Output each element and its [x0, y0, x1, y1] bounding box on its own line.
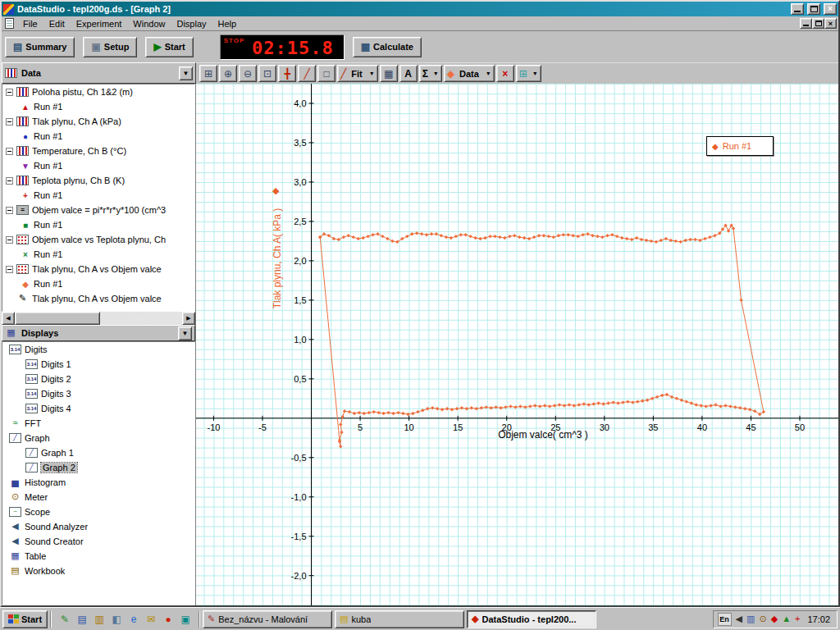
- display-settings-icon[interactable]: ▥: [746, 614, 755, 624]
- collapse-icon[interactable]: [6, 207, 13, 214]
- child-minimize-button[interactable]: [800, 18, 812, 29]
- scheduler-icon[interactable]: ⊙: [759, 614, 766, 624]
- scale-to-fit-button[interactable]: ⊞: [199, 65, 217, 82]
- scroll-left-button[interactable]: ◀: [2, 312, 15, 325]
- setup-button[interactable]: ▣ Setup: [83, 37, 137, 57]
- plot-canvas[interactable]: -10-551015202530354045504,03,53,02,52,01…: [196, 84, 838, 605]
- messenger-icon[interactable]: ▲: [782, 614, 791, 624]
- data-item-teplota-plynu-ch-b-k[interactable]: Teplota plynu, Ch B (K): [2, 173, 194, 188]
- run-item-tlak-plynu-ch-a-vs-objem-valce[interactable]: ◆Run #1: [2, 276, 194, 291]
- x-axis-label[interactable]: Objem valce( cm^3 ): [498, 429, 588, 441]
- remove-button[interactable]: ×: [496, 65, 514, 82]
- data-item-poloha-pistu-ch-1-2-m[interactable]: Poloha pistu, Ch 1&2 (m): [2, 84, 194, 99]
- run-item-teplota-plynu-ch-b-k[interactable]: +Run #1: [2, 188, 194, 203]
- data-menu-button[interactable]: ◆Data▼: [444, 65, 495, 82]
- graph-settings-button[interactable]: ⊞▼: [516, 65, 541, 82]
- display-item-fft[interactable]: ≈FFT: [2, 416, 194, 431]
- smart-tool-button[interactable]: ╋: [278, 65, 296, 82]
- collapse-icon[interactable]: [6, 236, 13, 244]
- data-item-tlak-plynu-ch-a-kpa[interactable]: Tlak plynu, Ch A (kPa): [2, 114, 194, 129]
- fit-menu-button[interactable]: ╱Fit▼: [337, 65, 378, 82]
- volume-icon[interactable]: ◀: [736, 614, 742, 624]
- menu-item-file[interactable]: File: [17, 17, 43, 30]
- quick-launch-icon-1[interactable]: ✎: [58, 614, 71, 625]
- collapse-icon[interactable]: [6, 148, 13, 155]
- menu-item-window[interactable]: Window: [127, 17, 171, 30]
- slope-tool-button[interactable]: ╱: [298, 65, 316, 82]
- quick-launch-icon-8[interactable]: ▣: [179, 614, 192, 625]
- child-restore-button[interactable]: [812, 18, 824, 29]
- collapse-icon[interactable]: [6, 266, 13, 273]
- quick-launch-icon-6[interactable]: ✉: [144, 614, 158, 625]
- zoom-select-button[interactable]: ⊡: [258, 65, 276, 82]
- child-close-button[interactable]: ×: [824, 18, 837, 29]
- data-tree-hscrollbar[interactable]: ◀ ▶: [2, 312, 195, 325]
- display-item-scope[interactable]: ~Scope: [2, 504, 194, 519]
- close-button[interactable]: ×: [824, 3, 837, 15]
- run-item-objem-valce-pi-r-r-y-100-cm-3[interactable]: ■Run #1: [2, 217, 194, 232]
- task-button-kuba[interactable]: ▤kuba: [335, 610, 464, 628]
- calculate-tool-button[interactable]: ▦: [380, 65, 398, 82]
- data-item-temperature-ch-b-c[interactable]: Temperature, Ch B (°C): [2, 144, 194, 158]
- quick-launch-icon-2[interactable]: ▤: [75, 614, 89, 625]
- run-item-temperature-ch-b-c[interactable]: ▼Run #1: [2, 158, 194, 173]
- data-item-objem-valce-vs-teplota-plynu-ch[interactable]: Objem valce vs Teplota plynu, Ch: [2, 232, 194, 247]
- display-item-digits-4[interactable]: 3.14Digits 4: [2, 401, 194, 416]
- data-item-objem-valce-pi-r-r-y-100-cm-3[interactable]: =Objem valce = pi*r*r*y*100 (cm^3: [2, 203, 194, 217]
- display-item-graph-2[interactable]: ╱Graph 2: [2, 460, 194, 475]
- collapse-icon[interactable]: [6, 118, 13, 126]
- text-tool-button[interactable]: A: [399, 65, 418, 82]
- display-item-graph-1[interactable]: ╱Graph 1: [2, 445, 194, 460]
- scroll-right-button[interactable]: ▶: [182, 312, 195, 325]
- zoom-out-button[interactable]: ⊖: [239, 65, 257, 82]
- run-item-poloha-pistu-ch-1-2-m[interactable]: ▲Run #1: [2, 99, 194, 114]
- display-item-sound-creator[interactable]: ◀Sound Creator: [2, 534, 194, 549]
- quick-launch-icon-7[interactable]: ●: [162, 614, 175, 625]
- menu-item-help[interactable]: Help: [212, 17, 243, 30]
- run-item-objem-valce-vs-teplota-plynu-ch[interactable]: ×Run #1: [2, 247, 194, 262]
- menu-item-experiment[interactable]: Experiment: [71, 17, 128, 30]
- menu-item-edit[interactable]: Edit: [43, 17, 71, 30]
- collapse-icon[interactable]: [6, 177, 13, 185]
- start-menu-button[interactable]: Start: [2, 610, 48, 628]
- quick-launch-icon-3[interactable]: ▥: [93, 614, 106, 625]
- note-tool-button[interactable]: □: [317, 65, 336, 82]
- display-item-meter[interactable]: ⊙Meter: [2, 490, 194, 504]
- plot-area[interactable]: -10-551015202530354045504,03,53,02,52,01…: [196, 84, 838, 605]
- display-item-workbook[interactable]: ▤Workbook: [2, 564, 194, 578]
- language-indicator[interactable]: En: [718, 613, 732, 626]
- legend[interactable]: ◆ Run #1: [706, 136, 774, 156]
- statistics-menu-button[interactable]: Σ▼: [419, 65, 442, 82]
- quick-launch-icon-5[interactable]: e: [127, 614, 140, 625]
- data-panel-menu-button[interactable]: ▼: [179, 66, 193, 80]
- start-button[interactable]: ▶ Start: [145, 37, 193, 57]
- zoom-in-button[interactable]: ⊕: [219, 65, 237, 82]
- scrollbar-track[interactable]: [100, 312, 182, 325]
- task-button-datastudio-tepl200[interactable]: ◆DataStudio - tepl200...: [467, 610, 596, 628]
- display-item-table[interactable]: ▦Table: [2, 549, 194, 564]
- display-item-graph[interactable]: ╱Graph: [2, 431, 194, 445]
- display-item-sound-analyzer[interactable]: ◀Sound Analyzer: [2, 519, 194, 534]
- summary-button[interactable]: ▤ Summary: [5, 37, 75, 57]
- calculate-button[interactable]: ▦ Calculate: [353, 37, 422, 57]
- scrollbar-thumb[interactable]: [15, 312, 100, 325]
- display-item-histogram[interactable]: ▅Histogram: [2, 475, 194, 490]
- quick-launch-icon-4[interactable]: ◧: [110, 614, 123, 625]
- display-item-digits-3[interactable]: 3.14Digits 3: [2, 386, 194, 401]
- antivirus-icon[interactable]: ◆: [771, 614, 778, 624]
- display-item-digits[interactable]: 3.14Digits: [2, 342, 194, 357]
- updates-icon[interactable]: +: [795, 614, 800, 624]
- minimize-button[interactable]: [791, 3, 804, 15]
- data-item-tlak-plynu-ch-a-vs-objem-valce[interactable]: Tlak plynu, Ch A vs Objem valce: [2, 262, 194, 276]
- child-window-icon[interactable]: [5, 18, 14, 29]
- display-item-digits-1[interactable]: 3.14Digits 1: [2, 357, 194, 372]
- menu-item-display[interactable]: Display: [171, 17, 212, 30]
- task-button-bez-n-zvu-malov-n[interactable]: ✎Bez_názvu - Malování: [203, 610, 332, 628]
- collapse-icon[interactable]: [6, 89, 13, 96]
- display-item-digits-2[interactable]: 3.14Digits 2: [2, 372, 194, 386]
- data-item-tlak-plynu-ch-a-vs-objem-valce[interactable]: ✎Tlak plynu, Ch A vs Objem valce: [2, 291, 194, 306]
- y-axis-label[interactable]: Tlak plynu, Ch A( kPa ): [272, 208, 283, 309]
- run-item-tlak-plynu-ch-a-kpa[interactable]: ●Run #1: [2, 129, 194, 144]
- displays-panel-menu-button[interactable]: ▼: [178, 326, 192, 340]
- restore-button[interactable]: [807, 3, 820, 15]
